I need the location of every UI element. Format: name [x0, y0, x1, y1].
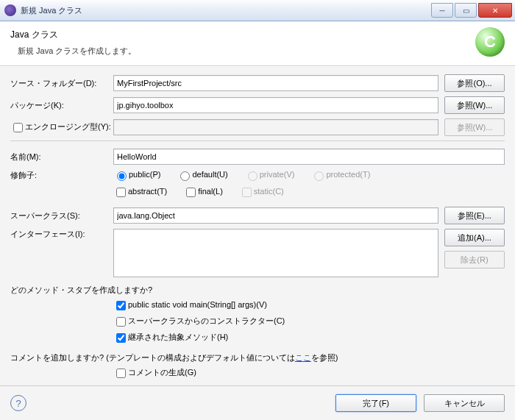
source-folder-label: ソース・フォルダー(D): [10, 78, 113, 89]
banner: Java クラス 新規 Java クラスを作成します。 C [0, 21, 515, 66]
superctor-stub-label[interactable]: スーパークラスからのコンストラクター(C) [113, 315, 285, 329]
superclass-label: スーパークラス(S): [10, 210, 113, 221]
interfaces-label: インターフェース(I): [10, 229, 113, 240]
class-icon: C [475, 27, 505, 57]
comments-question: コメントを追加しますか? (テンプレートの構成およびデフォルト値についてはここを… [10, 352, 505, 363]
name-input[interactable] [113, 149, 505, 165]
default-radio-label[interactable]: default(U) [177, 169, 227, 181]
visibility-group: public(P) default(U) private(V) protecte… [113, 169, 370, 181]
package-input[interactable] [113, 97, 438, 113]
package-label: パッケージ(K): [10, 100, 113, 111]
protected-radio-label: protected(T) [310, 169, 370, 181]
remove-interface-button: 除去(R) [444, 251, 505, 268]
minimize-button[interactable]: ─ [431, 3, 453, 18]
browse-source-button[interactable]: 参照(O)... [444, 74, 505, 92]
banner-heading: Java クラス [10, 29, 505, 41]
cancel-button[interactable]: キャンセル [424, 394, 505, 412]
static-checkbox [242, 188, 252, 197]
abstract-checkbox[interactable] [116, 188, 126, 197]
enclosing-label: エンクロージング型(Y): [10, 121, 113, 135]
stubs-question: どのメソッド・スタブを作成しますか? [10, 285, 505, 296]
public-radio[interactable] [117, 171, 127, 181]
source-folder-input[interactable] [113, 75, 438, 91]
final-check-label[interactable]: final(L) [183, 185, 223, 199]
titlebar[interactable]: 新規 Java クラス ─ ▭ ✕ [0, 0, 515, 21]
public-radio-label[interactable]: public(P) [113, 169, 160, 181]
modifier-group: abstract(T) final(L) static(C) [113, 185, 284, 199]
browse-superclass-button[interactable]: 参照(E)... [444, 207, 505, 224]
close-button[interactable]: ✕ [478, 3, 512, 18]
inherited-stub-label[interactable]: 継承された抽象メソッド(H) [113, 331, 228, 345]
protected-radio [314, 171, 324, 181]
template-link[interactable]: ここ [295, 353, 311, 362]
private-radio [248, 171, 258, 181]
browse-package-button[interactable]: 参照(W)... [444, 96, 505, 114]
enclosing-input [113, 119, 438, 135]
superclass-input[interactable] [113, 207, 438, 224]
window-buttons: ─ ▭ ✕ [430, 3, 512, 18]
main-stub-label[interactable]: public static void main(String[] args)(V… [113, 299, 267, 313]
app-icon [4, 4, 16, 16]
add-interface-button[interactable]: 追加(A)... [444, 229, 505, 246]
banner-sub: 新規 Java クラスを作成します。 [18, 46, 505, 57]
enclosing-checkbox[interactable] [13, 123, 23, 132]
inherited-stub-checkbox[interactable] [116, 333, 126, 343]
window-title: 新規 Java クラス [21, 5, 430, 16]
footer: ? 完了(F) キャンセル [0, 385, 515, 420]
modifiers-label: 修飾子: [10, 170, 113, 181]
private-radio-label: private(V) [244, 169, 295, 181]
final-checkbox[interactable] [186, 188, 196, 197]
finish-button[interactable]: 完了(F) [335, 394, 416, 412]
static-check-label: static(C) [239, 185, 284, 199]
gen-comments-label[interactable]: コメントの生成(G) [113, 366, 196, 380]
interfaces-list[interactable] [113, 229, 438, 277]
abstract-check-label[interactable]: abstract(T) [113, 185, 167, 199]
default-radio[interactable] [180, 171, 190, 181]
separator [10, 140, 505, 141]
form-area: ソース・フォルダー(D): 参照(O)... パッケージ(K): 参照(W)..… [0, 66, 515, 385]
maximize-button[interactable]: ▭ [455, 3, 477, 18]
gen-comments-checkbox[interactable] [116, 369, 126, 378]
name-label: 名前(M): [10, 152, 113, 163]
main-stub-checkbox[interactable] [116, 301, 126, 310]
dialog-window: 新規 Java クラス ─ ▭ ✕ Java クラス 新規 Java クラスを作… [0, 0, 515, 420]
browse-enclosing-button: 参照(W)... [444, 118, 505, 136]
help-button[interactable]: ? [10, 395, 26, 411]
superctor-stub-checkbox[interactable] [116, 317, 126, 327]
